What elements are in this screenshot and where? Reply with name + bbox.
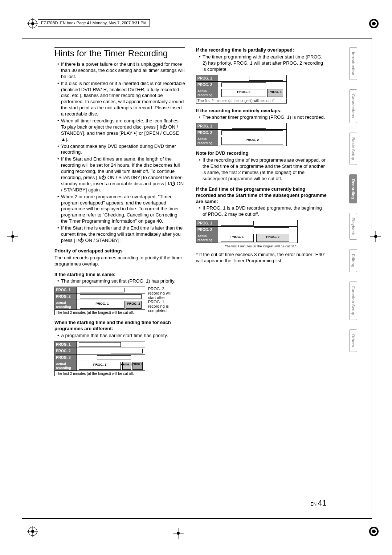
svg-point-6: [372, 22, 376, 25]
diagram-partial-overlap: PROG. 1 PROG. 2 Actual recording PROG. 2…: [196, 75, 327, 104]
row-label: PROG. 2: [196, 130, 218, 136]
crop-mark: [7, 231, 18, 242]
row-label: Actual recording: [196, 233, 218, 243]
list-item: The timer programming with the earlier s…: [199, 54, 327, 73]
list-item: If the Start time is earlier and the End…: [57, 225, 185, 244]
registration-mark: [27, 18, 38, 29]
registration-mark: [368, 18, 379, 29]
svg-point-16: [11, 235, 14, 238]
row-label: Actual recording: [55, 361, 77, 370]
tab-function-setup[interactable]: Function Setup: [349, 281, 357, 320]
left-column: Hints for the Timer Recording If there i…: [54, 47, 185, 511]
list-item: You cannot make any DVD operation during…: [57, 143, 185, 156]
list-item: The shorter timer programming (PROG. 1) …: [199, 114, 327, 121]
svg-point-22: [177, 532, 180, 535]
subheading: Note for DVD recording: [196, 150, 327, 157]
registration-mark: [368, 526, 379, 537]
row-label: PROG. 3: [55, 354, 77, 361]
diagram-caption: The first 2 minutes (at the longest) wil…: [54, 371, 145, 376]
registration-mark: [27, 526, 38, 537]
list-item: If PROG. 1 is a DVD recorded programme, …: [199, 205, 327, 218]
row-label: PROG. 2: [55, 293, 77, 300]
diagram-diff-start-end: PROG. 1 PROG. 2 PROG. 3 Actual recording…: [54, 341, 185, 376]
subheading: Priority of overlapped settings: [54, 248, 185, 254]
doc-header-tag: E7J70BD_EN.book Page 41 Monday, May 7, 2…: [38, 19, 150, 27]
tab-introduction[interactable]: Introduction: [349, 47, 357, 80]
tab-others[interactable]: Others: [349, 329, 357, 352]
row-label: PROG. 1: [196, 220, 218, 227]
row-label: PROG. 2: [196, 227, 218, 233]
subheading: If the recording time is partially overl…: [196, 47, 327, 53]
row-label: Actual recording: [196, 136, 218, 146]
diagram-caption: The first 2 minutes (at the longest) wil…: [196, 98, 287, 104]
subheading: If the End time of the programme current…: [196, 186, 327, 205]
right-column: If the recording time is partially overl…: [196, 47, 327, 511]
subheading: If the recording time entirely overlaps:: [196, 108, 327, 114]
tab-recording[interactable]: Recording: [349, 174, 357, 203]
tab-playback[interactable]: Playback: [349, 213, 357, 240]
list-item: A programme that has earlier start time …: [57, 333, 185, 339]
body-text: The unit records programmes according to…: [54, 255, 185, 267]
row-label: PROG. 2: [196, 81, 218, 88]
hints-list: If there is a power failure or the unit …: [54, 61, 185, 244]
list-item: When all timer recordings are complete, …: [57, 118, 185, 143]
diagram-end-start-same: PROG. 1 PROG. 2 Actual recording PROG. 1…: [196, 220, 327, 250]
row-label: PROG. 1: [196, 123, 218, 130]
page-number: EN 41: [311, 498, 327, 508]
list-item: If the Start and End times are same, the…: [57, 156, 185, 193]
row-label: PROG. 1: [55, 341, 77, 348]
svg-point-19: [374, 235, 377, 238]
diagram-same-start: PROG. 1 PROG. 2 Actual recording PROG. 1…: [54, 287, 185, 315]
crop-mark: [173, 528, 184, 539]
tab-connections[interactable]: Connections: [349, 89, 357, 123]
section-tabs: Introduction Connections Basic Setup Rec…: [349, 47, 357, 352]
section-title: Hints for the Timer Recording: [54, 47, 185, 58]
row-label: Actual recording: [196, 88, 218, 98]
diagram-caption: The first 2 minutes (at the longest) wil…: [54, 310, 145, 315]
list-item: If the recording time of two programmes …: [199, 157, 327, 182]
list-item: The timer programming set first (PROG. 1…: [57, 278, 185, 284]
row-label: PROG. 2: [55, 348, 77, 354]
row-label: PROG. 1: [196, 75, 218, 81]
diagram-entire-overlap: PROG. 1 PROG. 2 Actual recording PROG. 2: [196, 123, 327, 146]
svg-point-13: [372, 530, 376, 533]
diagram-note: The first 2 minutes (at the longest) wil…: [225, 244, 297, 248]
subheading: When the starting time and the ending ti…: [54, 320, 185, 332]
tab-basic-setup[interactable]: Basic Setup: [349, 133, 357, 165]
list-item: If there is a power failure or the unit …: [57, 61, 185, 80]
footnote: * If the cut off time exceeds 3 minutes,…: [196, 252, 327, 264]
row-label: PROG. 1: [55, 287, 77, 293]
tab-editing[interactable]: Editing: [349, 249, 357, 272]
diagram-sidenote: PROG. 2 recording will start after PROG.…: [148, 287, 173, 313]
row-label: Actual recording: [55, 300, 77, 310]
subheading: If the starting time is same:: [54, 272, 185, 278]
list-item: When 2 or more programmes are overlapped…: [57, 194, 185, 224]
list-item: If a disc is not inserted or if a insert…: [57, 81, 185, 117]
